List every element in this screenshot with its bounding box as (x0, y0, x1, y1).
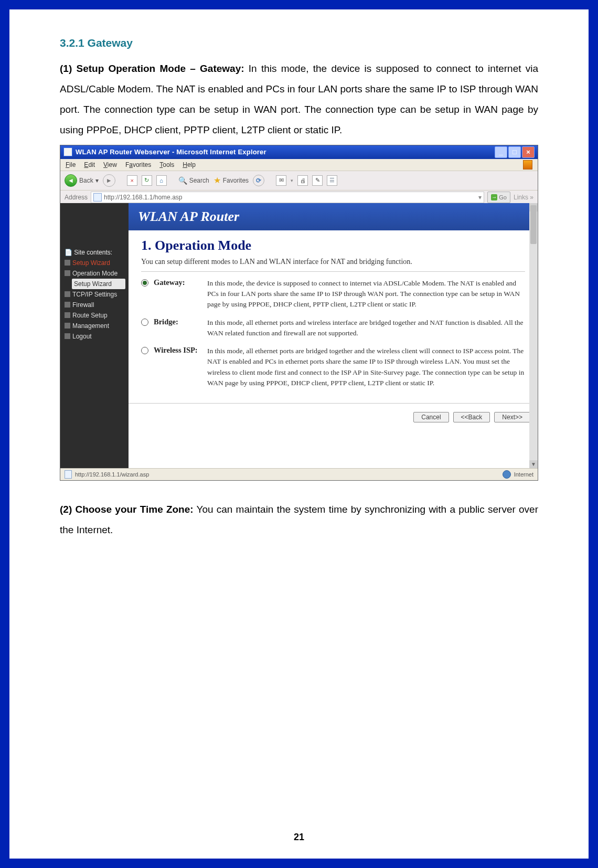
globe-icon (503, 470, 511, 479)
fav-label: Favorites (223, 177, 249, 184)
close-button[interactable]: × (522, 146, 535, 158)
option-gateway: Gateway: In this mode, the device is sup… (141, 278, 525, 310)
refresh-button[interactable]: ↻ (142, 175, 152, 186)
next-button[interactable]: Next>> (494, 412, 530, 422)
bridge-desc: In this mode, all ethernet ports and wir… (207, 317, 525, 339)
status-zone: Internet (514, 471, 533, 478)
para1-label: (1) Setup Operation Mode – Gateway: (60, 63, 244, 74)
ie-icon (63, 147, 72, 156)
content-area: WLAN AP Router 1. Operation Mode You can… (129, 203, 538, 469)
window-titlebar: WLAN AP Router Webserver - Microsoft Int… (60, 145, 538, 159)
radio-gateway[interactable] (141, 279, 148, 287)
wisp-label: Wireless ISP: (154, 346, 202, 388)
menu-file[interactable]: File (66, 161, 76, 168)
maximize-button[interactable]: □ (508, 146, 521, 158)
scrollbar[interactable]: ▲ ▼ (529, 203, 538, 469)
toolbar: ◄Back ▾ ► × ↻ ⌂ 🔍Search ★Favorites ⟳ ✉ ▾… (60, 171, 538, 190)
button-row: Cancel <<Back Next>> (129, 403, 538, 427)
radio-bridge[interactable] (141, 319, 148, 326)
radio-wisp[interactable] (141, 347, 148, 354)
paragraph-2: (2) Choose your Time Zone: You can maint… (60, 500, 538, 541)
forward-button[interactable]: ► (103, 174, 115, 187)
sidebar: 📄 Site contents: Setup Wizard Operation … (60, 203, 129, 469)
home-button[interactable]: ⌂ (156, 175, 167, 186)
page-icon (93, 193, 102, 202)
sidebar-item-route[interactable]: Route Setup (65, 310, 125, 321)
links-label[interactable]: Links » (514, 194, 533, 201)
scroll-down-icon[interactable]: ▼ (529, 460, 538, 469)
page-body: 📄 Site contents: Setup Wizard Operation … (60, 203, 538, 469)
sidebar-item-firewall[interactable]: Firewall (65, 300, 125, 310)
system-buttons: _ □ × (495, 146, 535, 158)
paragraph-1: (1) Setup Operation Mode – Gateway: In t… (60, 59, 538, 141)
cancel-button[interactable]: Cancel (413, 412, 448, 422)
discuss-button[interactable]: ☰ (327, 175, 337, 186)
page-banner: WLAN AP Router (129, 203, 538, 230)
page-heading: 1. Operation Mode (141, 238, 525, 253)
favorites-button[interactable]: ★Favorites (213, 175, 249, 185)
edit-button[interactable]: ✎ (312, 175, 323, 186)
gateway-desc: In this mode, the device is supposed to … (207, 278, 525, 310)
url-input[interactable]: http://192.168.1.1/home.asp ▾ (91, 192, 484, 203)
minimize-button[interactable]: _ (495, 146, 507, 158)
window-title: WLAN AP Router Webserver - Microsoft Int… (76, 148, 495, 156)
doc-icon (65, 470, 72, 479)
sidebar-item-setup-wizard-active[interactable]: Setup Wizard (72, 279, 125, 289)
mail-button[interactable]: ✉ (276, 175, 286, 186)
option-bridge: Bridge: In this mode, all ethernet ports… (141, 317, 525, 339)
menu-help[interactable]: Help (183, 161, 196, 168)
sidebar-item-setup-wizard[interactable]: Setup Wizard (65, 258, 125, 268)
section-heading: 3.2.1 Gateway (60, 37, 538, 49)
go-button[interactable]: →Go (487, 192, 510, 203)
gateway-label: Gateway: (154, 278, 202, 310)
screenshot-ie-window: WLAN AP Router Webserver - Microsoft Int… (60, 145, 538, 481)
throbber-icon (523, 160, 532, 170)
sidebar-item-tcpip[interactable]: TCP/IP Settings (65, 289, 125, 300)
search-label: Search (189, 177, 209, 184)
para2-label: (2) Choose your Time Zone: (60, 504, 194, 515)
menu-view[interactable]: View (103, 161, 117, 168)
menu-edit[interactable]: Edit (84, 161, 95, 168)
go-label: Go (499, 194, 507, 200)
menu-bar: File Edit View Favorites Tools Help (60, 159, 538, 171)
address-bar: Address http://192.168.1.1/home.asp ▾ →G… (60, 190, 538, 205)
back-button[interactable]: ◄Back ▾ (65, 174, 99, 187)
page-number: 21 (9, 832, 589, 843)
url-value: http://192.168.1.1/home.asp (104, 194, 182, 201)
search-button[interactable]: 🔍Search (178, 176, 209, 185)
address-label: Address (65, 194, 88, 201)
menu-tools[interactable]: Tools (159, 161, 174, 168)
page-intro: You can setup different modes to LAN and… (141, 258, 525, 272)
option-wisp: Wireless ISP: In this mode, all ethernet… (141, 346, 525, 388)
history-button[interactable]: ⟳ (253, 175, 264, 186)
sidebar-item-management[interactable]: Management (65, 321, 125, 331)
status-url: http://192.168.1.1/wizard.asp (75, 471, 149, 478)
sidebar-item-operation-mode[interactable]: Operation Mode (65, 268, 125, 279)
status-bar: http://192.168.1.1/wizard.asp Internet (60, 468, 538, 480)
scroll-thumb[interactable] (530, 205, 537, 244)
bridge-label: Bridge: (154, 317, 202, 339)
sidebar-item-logout[interactable]: Logout (65, 331, 125, 342)
back-label: Back (79, 177, 93, 184)
content-panel: 1. Operation Mode You can setup differen… (133, 235, 533, 403)
wisp-desc: In this mode, all ethernet ports are bri… (207, 346, 525, 388)
menu-favorites[interactable]: Favorites (125, 161, 151, 168)
print-button[interactable]: 🖨 (297, 175, 308, 186)
back-wizard-button[interactable]: <<Back (453, 412, 490, 422)
sidebar-header: 📄 Site contents: (65, 247, 125, 258)
stop-button[interactable]: × (127, 175, 137, 186)
